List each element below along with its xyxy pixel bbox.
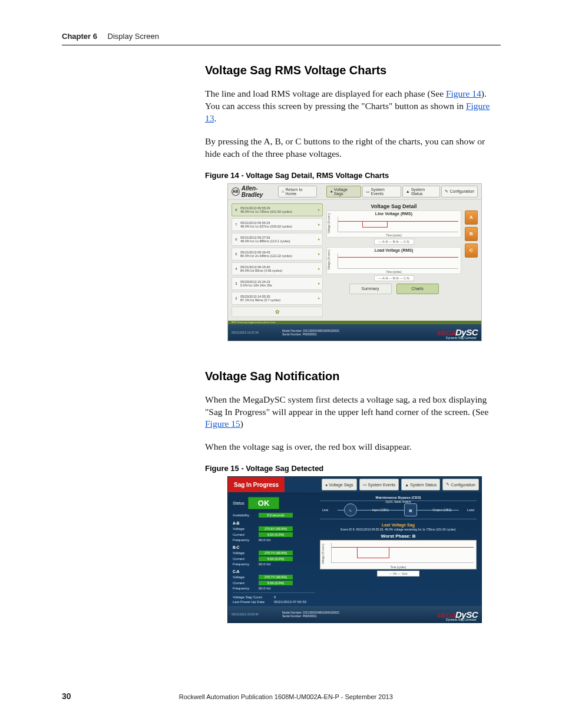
config-icon: ✎ (445, 189, 448, 194)
tab-configuration[interactable]: ✎Configuration (442, 479, 479, 490)
tab-configuration[interactable]: ✎Configuration (441, 186, 478, 197)
brand-text: Allen-Bradley (242, 185, 279, 198)
dysc-icon: ▦ (404, 503, 417, 516)
phase-b-button[interactable]: B (465, 227, 478, 241)
paragraph: When the MegaDySC system first detects a… (205, 394, 503, 431)
events-icon: ▭ (366, 189, 370, 194)
event-id: 6 (232, 238, 240, 241)
figure-15-screenshot: Sag In Progress ●Voltage Sags ▭System Ev… (227, 476, 482, 623)
publication-info: Rockwell Automation Publication 1608M-UM… (179, 693, 393, 700)
event-id: 8 (232, 208, 240, 212)
label: Voltage (233, 527, 259, 531)
tab-system-events[interactable]: ▭System Events (359, 479, 399, 490)
availability-value: 5.0 seconds (259, 513, 293, 518)
topbar: Sag In Progress ●Voltage Sags ▭System Ev… (228, 477, 481, 492)
plot-area (338, 253, 458, 269)
phase-c-button[interactable]: C (465, 243, 478, 258)
chapter-label: Chapter 6 (62, 32, 97, 41)
figure-14-screenshot: AB Allen-Bradley ⌂Return to Home ●Voltag… (227, 183, 482, 341)
ca-current: 0.0A (0.0%) (259, 581, 293, 585)
label: System Events (368, 483, 396, 487)
return-to-home-button[interactable]: ⌂Return to Home (278, 186, 317, 197)
event-row[interactable]: 8 05/21/2013 09:55:2948.0% for 1s 735ms … (232, 203, 323, 216)
one-line-diagram: Line ∿ Input (CB1) DySC Static Switch ▦ … (320, 500, 477, 519)
tab-system-status[interactable]: ▲System Status (402, 186, 441, 197)
event-text: 05/20/2013 15:24:190.0% for 10h 24m 20s (240, 280, 316, 287)
event-id: 3 (232, 282, 240, 285)
link-figure-14[interactable]: Figure 14 (446, 88, 481, 98)
plot-area (331, 543, 474, 563)
page-footer: 30 Rockwell Automation Publication 1608M… (62, 691, 501, 701)
events-icon: ▭ (363, 482, 367, 487)
label: Frequency (233, 562, 259, 566)
event-id: 5 (232, 252, 240, 256)
text: When the MegaDySC system first detects a… (205, 394, 488, 417)
event-text: 05/21/2013 09:55:2948.0% for 1s 735ms (1… (240, 206, 316, 213)
event-id: 7 (232, 223, 240, 226)
brand-subtitle: Dynamic Sag Corrector (446, 336, 477, 340)
label: Voltage (233, 551, 259, 555)
event-row[interactable]: 4 05/21/2013 09:15:4084.0% for 80ms (4.5… (232, 262, 323, 275)
paragraph: By pressing the A, B, or C buttons to th… (205, 136, 503, 160)
event-id: 2 (232, 297, 240, 300)
settings-button[interactable]: ✿ (232, 307, 323, 317)
tab-voltage-sags[interactable]: ●Voltage Sags (322, 479, 357, 490)
tab-system-events[interactable]: ▭System Events (362, 186, 401, 197)
summary-button[interactable]: Summary (349, 284, 392, 294)
event-text: 05/21/2013 09:55:2948.0% for 1s 627ms (1… (240, 221, 316, 228)
switch-label: DySC Static Switch (320, 500, 477, 503)
chevron-right-icon: ▸ (316, 206, 322, 214)
figure-15-caption: Figure 15 - Voltage Sag Detected (205, 464, 503, 473)
label: Return to Home (285, 187, 313, 196)
footer-bar: 05/21/2013 14:37:24 Model Number: DSC300… (228, 324, 481, 341)
allen-bradley-logo: AB Allen-Bradley (232, 185, 278, 198)
ca-frequency: 60.0 Hz (259, 587, 271, 590)
heading-rms-charts: Voltage Sag RMS Voltage Charts (205, 64, 503, 77)
legend: — Vin — Vout (377, 571, 419, 577)
ab-logo-icon: AB (232, 187, 240, 196)
tab-voltage-sags[interactable]: ●Voltage Sags (326, 186, 361, 197)
label: Current (233, 581, 259, 585)
load-label: Load (467, 508, 474, 512)
ab-voltage: 275.6V (99.9%) (259, 526, 293, 531)
tab-system-status[interactable]: ▲System Status (401, 479, 440, 490)
chart-title: Line Voltage (RMS) (327, 211, 461, 216)
chevron-right-icon: ▸ (316, 279, 322, 288)
event-row[interactable]: 5 05/21/2013 09:26:4580.0% for 2s 648ms … (232, 248, 323, 261)
legend: — A-N — B-N — C-N (374, 239, 414, 245)
home-icon: ⌂ (282, 189, 284, 193)
figure-14-caption: Figure 14 - Voltage Sag Detail, RMS Volt… (205, 171, 503, 180)
charts-button[interactable]: Charts (396, 284, 439, 294)
phase-buttons: A B C (465, 210, 478, 317)
label: Current (233, 557, 259, 561)
event-row[interactable]: 7 05/21/2013 09:55:2948.0% for 1s 627ms … (232, 218, 323, 231)
chart-title: Load Voltage (RMS) (327, 248, 461, 252)
link-figure-15[interactable]: Figure 15 (205, 419, 240, 429)
config-icon: ✎ (446, 482, 449, 487)
x-axis-label: Time (cycles) (327, 271, 461, 274)
ab-frequency: 60.0 Hz (259, 538, 271, 542)
section-label: Display Screen (108, 32, 159, 41)
ca-voltage: 275.7V (99.9%) (259, 575, 293, 579)
event-row[interactable]: 6 05/21/2013 09:27:5648.0% for 1s 889ms … (232, 233, 323, 246)
text: ) (240, 419, 243, 429)
event-row[interactable]: 3 05/20/2013 15:24:190.0% for 10h 24m 20… (232, 277, 323, 290)
line-label: Line (322, 508, 328, 512)
phase-a-button[interactable]: A (465, 210, 478, 225)
warning-icon: ● (330, 189, 332, 193)
timestamp: 05/21/2013 15:00:34 (232, 612, 259, 616)
event-text: 05/20/2013 14:55:3587.1% for 96ms (5.7 c… (240, 295, 316, 302)
topbar: AB Allen-Bradley ⌂Return to Home ●Voltag… (228, 184, 481, 200)
event-row[interactable]: 2 05/20/2013 14:55:3587.1% for 96ms (5.7… (232, 292, 323, 305)
label: Frequency (233, 587, 259, 590)
chevron-right-icon: ▸ (316, 235, 322, 243)
label: Voltage (233, 575, 259, 579)
label: Configuration (449, 189, 474, 193)
phase-bc-label: B-C (233, 545, 315, 549)
y-axis-label: Voltage (% nom.) (328, 213, 330, 233)
worst-phase-chart: Voltage (% nom.) Time (cycles) (320, 540, 477, 569)
bc-frequency: 60.0 Hz (259, 562, 271, 566)
event-text: 05/21/2013 09:27:5648.0% for 1s 889ms (1… (240, 236, 316, 243)
source-icon: ∿ (344, 503, 357, 516)
chevron-right-icon: ▸ (316, 294, 322, 302)
